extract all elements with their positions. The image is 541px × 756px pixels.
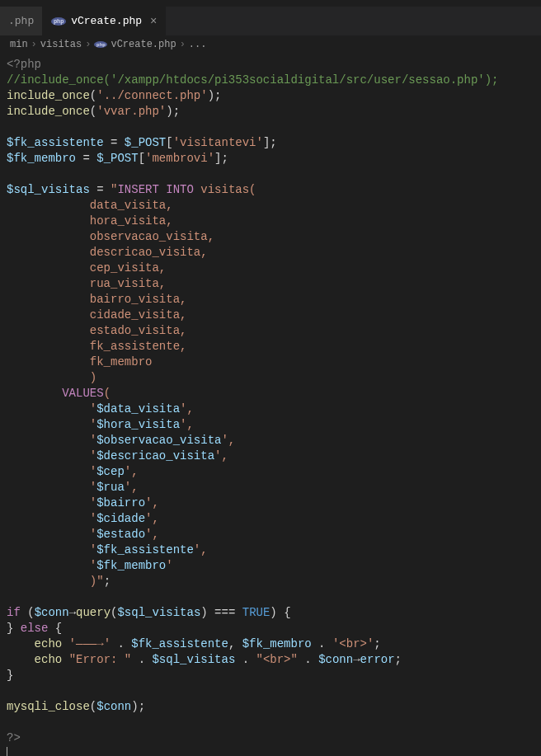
code-text: include_once (7, 105, 90, 118)
code-text: ) (7, 575, 96, 588)
code-text: $data_visita (96, 402, 180, 416)
text-cursor (7, 747, 7, 756)
code-text: estado_visita, (7, 324, 186, 337)
code-text: $_POST (125, 136, 166, 149)
code-text: ' (7, 418, 96, 431)
code-text: fk_assistente, (7, 340, 186, 353)
code-text: $sql_visitas (7, 183, 90, 196)
code-text: = (90, 183, 111, 196)
code-text: ', (145, 528, 159, 541)
code-text: . (139, 653, 145, 666)
code-text: ' (7, 512, 96, 525)
code-text: ) { (270, 606, 290, 619)
code-text: . (304, 653, 311, 666)
code-text: $fk_assistente (96, 543, 194, 556)
code-text: " (96, 575, 103, 588)
code-text: ( (90, 700, 96, 713)
code-text: ( (90, 105, 96, 118)
code-text: ' (7, 402, 96, 416)
code-text: error (360, 653, 395, 666)
code-text: ]; (214, 152, 228, 165)
tab-vcreate-php[interactable]: php vCreate.php × (43, 7, 166, 35)
code-text: ', (214, 449, 228, 463)
code-text: 'visitantevi' (173, 136, 263, 149)
code-text: $rua (96, 481, 125, 494)
code-text: '<br>' (332, 637, 374, 650)
breadcrumb-segment[interactable]: ... (189, 39, 207, 50)
code-text: $fk_assistente (131, 637, 228, 650)
breadcrumb-segment[interactable]: visitas (40, 39, 82, 50)
code-text: $conn (96, 700, 131, 713)
code-text: $_POST (96, 152, 138, 165)
code-text: descricao_visita, (7, 246, 208, 259)
code-text: else (21, 622, 49, 635)
code-text: ( (104, 387, 111, 400)
chevron-right-icon: › (85, 39, 91, 50)
code-text: ' (7, 559, 96, 572)
breadcrumb: min › visitas › php vCreate.php › ... (0, 35, 541, 54)
code-editor[interactable]: <?php //include_once('/xampp/htdocs/pi35… (0, 54, 541, 756)
code-text (312, 653, 318, 666)
code-text: $cep (96, 465, 125, 478)
code-text: hora_visita, (7, 214, 173, 228)
code-text: $conn (35, 606, 69, 619)
code-text: ); (208, 89, 222, 102)
code-text: ' (7, 543, 96, 556)
code-text: VALUES (62, 387, 103, 400)
code-text: bairro_visita, (7, 293, 186, 306)
code-text: ; (395, 653, 402, 666)
code-text: ', (180, 418, 194, 431)
code-text: $bairro (96, 496, 145, 509)
code-text: rua_visita, (7, 277, 166, 290)
breadcrumb-segment[interactable]: vCreate.php (111, 39, 176, 50)
breadcrumb-segment[interactable]: min (10, 39, 28, 50)
code-text: if (7, 606, 21, 619)
code-text: ', (145, 512, 159, 525)
code-text: → (353, 653, 360, 666)
code-text: [ (139, 152, 145, 165)
code-text: $estado (96, 528, 145, 541)
code-text (7, 653, 35, 666)
code-text: ' (7, 481, 96, 494)
code-text: ', (125, 481, 139, 494)
code-text (131, 653, 138, 666)
code-text: { (48, 622, 62, 635)
code-text: → (69, 606, 76, 619)
code-text: <?php (7, 58, 41, 71)
code-text: $hora_visita (96, 418, 180, 431)
code-text: $sql_visitas (117, 606, 200, 619)
code-text: ); (131, 700, 145, 713)
chevron-right-icon: › (31, 39, 37, 50)
code-text: ) (200, 606, 214, 619)
php-file-icon: php (51, 17, 66, 26)
code-text: INSERT (117, 183, 158, 196)
code-text: === (214, 606, 235, 619)
code-text: ' (7, 449, 96, 463)
code-text: TRUE (242, 606, 270, 619)
window-top-spacer (0, 0, 541, 7)
code-text: . (117, 637, 124, 650)
code-text: ' (7, 465, 96, 478)
code-text: cidade_visita, (7, 308, 186, 322)
code-text: ', (194, 543, 208, 556)
code-text: visitas( (194, 183, 256, 196)
code-text: "<br>" (256, 653, 298, 666)
chevron-right-icon: › (180, 39, 186, 50)
code-text: ); (166, 105, 180, 118)
code-text: = (76, 152, 96, 165)
code-text: ; (374, 637, 380, 650)
code-text: ( (90, 89, 96, 102)
code-text: fk_membro (7, 355, 152, 369)
code-text: include_once (7, 89, 90, 102)
code-text: ' (166, 559, 172, 572)
code-text: . (318, 637, 325, 650)
code-text (235, 653, 242, 666)
code-text: ?> (7, 731, 21, 744)
tab-inactive-php[interactable]: .php (0, 7, 43, 35)
close-icon[interactable]: × (150, 15, 157, 28)
code-text (249, 653, 256, 666)
tab-label: .php (8, 15, 34, 27)
code-text: mysqli_close (7, 700, 90, 713)
code-text: $fk_membro (7, 152, 76, 165)
code-text: 'vvar.php' (96, 105, 166, 118)
